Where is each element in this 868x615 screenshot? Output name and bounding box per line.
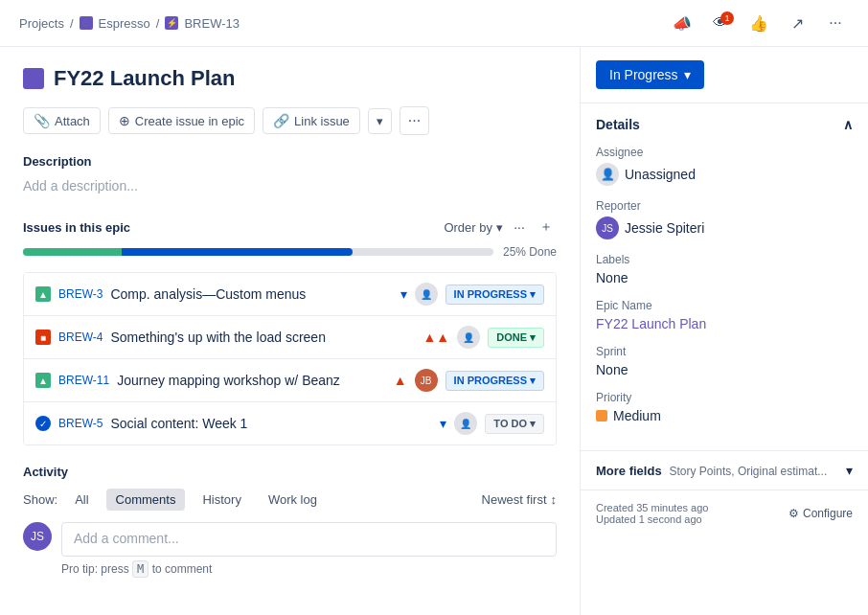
attach-button[interactable]: 📎 Attach [23, 107, 101, 134]
details-section: Details ∧ Assignee 👤 Unassigned Reporter… [581, 103, 868, 451]
timestamps: Created 35 minutes ago Updated 1 second … [596, 502, 708, 525]
issue-key-brew4[interactable]: BREW-4 [58, 330, 103, 344]
main-layout: FY22 Launch Plan 📎 Attach ⊕ Create issue… [0, 47, 868, 615]
right-footer: Created 35 minutes ago Updated 1 second … [581, 490, 868, 536]
issue-type-subtask-icon: ✓ [35, 416, 51, 431]
issue-status-brew5[interactable]: TO DO ▾ [485, 414, 544, 434]
issue-summary-brew3: Comp. analysis—Custom menus [110, 286, 392, 302]
epic-name-value[interactable]: FY22 Launch Plan [596, 316, 853, 331]
activity-title: Activity [23, 465, 557, 479]
priority-up-icon2: ▲ [394, 373, 407, 388]
breadcrumb-projects[interactable]: Projects [19, 16, 64, 31]
right-panel: In Progress ▾ Details ∧ Assignee 👤 Unass… [581, 47, 868, 615]
details-header: Details ∧ [596, 117, 853, 132]
issue-summary-brew11: Journey mapping workshop w/ Beanz [117, 373, 386, 388]
priority-down-icon: ▾ [400, 286, 407, 302]
issue-key-brew5[interactable]: BREW-5 [58, 417, 103, 430]
progress-label: 25% Done [503, 245, 557, 259]
assignee-row: Assignee 👤 Unassigned [596, 146, 853, 186]
show-row: Show: All Comments History Work log Newe… [23, 489, 557, 511]
tab-comments[interactable]: Comments [106, 489, 186, 511]
description-label: Description [23, 154, 557, 169]
toolbar-more-button[interactable]: ··· [400, 106, 429, 135]
configure-icon: ⚙ [788, 507, 799, 520]
attach-icon: 📎 [34, 113, 50, 128]
issues-more-icon[interactable]: ··· [509, 216, 530, 238]
labels-row: Labels None [596, 253, 853, 285]
more-fields-sub: Story Points, Original estimat... [670, 465, 828, 478]
progress-bar-fill [23, 248, 353, 256]
table-row[interactable]: ▲ BREW-11 Journey mapping workshop w/ Be… [24, 359, 556, 402]
issue-assignee-brew3: 👤 [415, 283, 438, 306]
add-issue-icon[interactable]: ＋ [536, 216, 557, 238]
sort-label: Newest first [482, 492, 547, 507]
create-issue-icon: ⊕ [119, 113, 130, 128]
tab-all[interactable]: All [65, 489, 98, 511]
sort-icon: ↕ [551, 492, 558, 507]
issues-header: Issues in this epic Order by ▾ ··· ＋ [23, 216, 557, 238]
protip-key: M [132, 560, 148, 578]
breadcrumb-espresso[interactable]: Espresso [99, 16, 150, 31]
priority-text: Medium [613, 408, 661, 423]
assignee-label: Assignee [596, 146, 853, 159]
issue-summary-brew4: Something's up with the load screen [110, 330, 415, 345]
topnav: Projects / E Espresso / ⚡ BREW-13 📣 👁 1 … [0, 0, 868, 47]
protip-text: Pro tip: press [61, 562, 129, 576]
thumbsup-icon[interactable]: 👍 [745, 10, 772, 36]
reporter-value[interactable]: JS Jessie Spiteri [596, 216, 853, 239]
issue-status-brew4[interactable]: DONE ▾ [488, 328, 544, 348]
issue-key-brew3[interactable]: BREW-3 [58, 287, 103, 301]
watch-icon[interactable]: 👁 1 [707, 10, 734, 36]
issue-assignee-brew4: 👤 [457, 326, 480, 349]
sort-button[interactable]: Newest first ↕ [482, 492, 557, 507]
labels-value[interactable]: None [596, 270, 853, 285]
link-issue-button[interactable]: 🔗 Link issue [263, 107, 360, 134]
priority-medium-icon [596, 410, 607, 421]
toolbar-dropdown-button[interactable]: ▾ [368, 108, 392, 134]
priority-value[interactable]: Medium [596, 408, 853, 423]
status-button[interactable]: In Progress ▾ [596, 60, 704, 89]
share-icon[interactable]: ↗ [784, 10, 811, 36]
link-issue-label: Link issue [294, 114, 350, 128]
epic-name-label: Epic Name [596, 299, 853, 312]
issue-status-brew3[interactable]: IN PROGRESS ▾ [445, 285, 544, 305]
sprint-value[interactable]: None [596, 362, 853, 377]
more-fields-label: More fields [596, 464, 662, 478]
issue-type-bug-icon: ■ [35, 330, 51, 345]
table-row[interactable]: ▲ BREW-3 Comp. analysis—Custom menus ▾ 👤… [24, 273, 556, 316]
details-collapse-icon[interactable]: ∧ [843, 117, 853, 132]
updated-timestamp: Updated 1 second ago [596, 513, 708, 525]
assignee-text: Unassigned [625, 167, 696, 182]
configure-button[interactable]: ⚙ Configure [788, 507, 853, 520]
table-row[interactable]: ✓ BREW-5 Social content: Week 1 ▾ 👤 TO D… [24, 402, 556, 444]
toolbar: 📎 Attach ⊕ Create issue in epic 🔗 Link i… [23, 106, 557, 135]
reporter-row: Reporter JS Jessie Spiteri [596, 199, 853, 239]
labels-text: None [596, 270, 628, 285]
create-issue-button[interactable]: ⊕ Create issue in epic [108, 107, 255, 134]
comment-user-avatar: JS [23, 522, 52, 551]
breadcrumb-brew13[interactable]: BREW-13 [184, 16, 240, 31]
brew13-icon: ⚡ [165, 16, 178, 30]
topnav-actions: 📣 👁 1 👍 ↗ ··· [669, 10, 849, 36]
more-fields-section[interactable]: More fields Story Points, Original estim… [581, 451, 868, 490]
assignee-value[interactable]: 👤 Unassigned [596, 163, 853, 186]
issue-status-brew11[interactable]: IN PROGRESS ▾ [445, 371, 544, 391]
more-fields-chevron: ▾ [846, 463, 853, 478]
description-placeholder[interactable]: Add a description... [23, 174, 557, 197]
status-label: In Progress [609, 67, 678, 82]
unassigned-icon: 👤 [596, 163, 619, 186]
announce-icon[interactable]: 📣 [669, 10, 696, 36]
priority-row: Priority Medium [596, 391, 853, 423]
epic-name-row: Epic Name FY22 Launch Plan [596, 299, 853, 331]
epic-name-text: FY22 Launch Plan [596, 316, 706, 331]
order-by-button[interactable]: Order by ▾ [444, 220, 503, 235]
table-row[interactable]: ■ BREW-4 Something's up with the load sc… [24, 316, 556, 359]
tab-worklog[interactable]: Work log [259, 489, 327, 511]
tab-history[interactable]: History [193, 489, 250, 511]
comment-input[interactable]: Add a comment... [61, 522, 557, 557]
configure-label: Configure [803, 507, 853, 520]
progress-bar-bg [23, 248, 493, 256]
more-icon[interactable]: ··· [822, 10, 849, 36]
issue-key-brew11[interactable]: BREW-11 [58, 374, 109, 387]
issues-section-title: Issues in this epic [23, 220, 130, 235]
